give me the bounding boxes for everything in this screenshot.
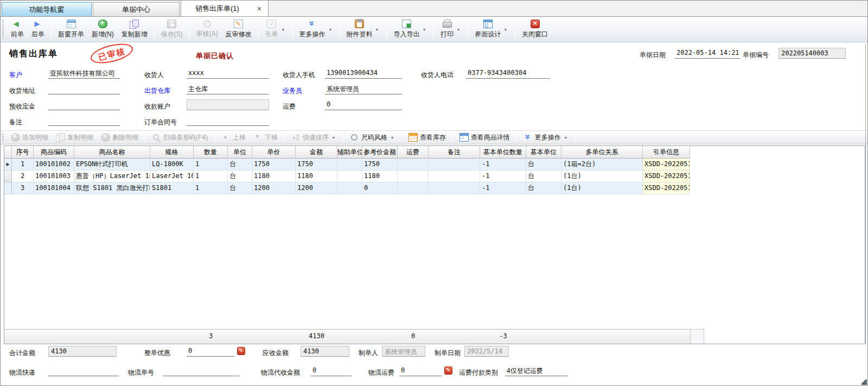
resize-grip[interactable] xyxy=(861,379,867,385)
button-新窗开单[interactable]: 新窗开单 xyxy=(55,18,87,40)
table-cell[interactable]: 联想 S1801 黑白激光打印 xyxy=(74,182,150,194)
dropdown-arrow-icon[interactable]: ▼ xyxy=(423,27,426,31)
warehouse-label[interactable]: 出货仓库 xyxy=(144,86,170,96)
row-selector[interactable]: ▶ xyxy=(4,159,12,170)
close-tab-icon[interactable]: × xyxy=(256,5,263,12)
table-cell[interactable]: 台 xyxy=(526,170,561,182)
table-cell[interactable]: 台 xyxy=(228,170,252,182)
tab-sales-outbound[interactable]: 销售出库单(1) × xyxy=(181,0,269,16)
table-cell[interactable] xyxy=(398,182,429,194)
cod-amount-field[interactable]: 0 xyxy=(311,366,352,376)
table-cell[interactable]: 1 xyxy=(194,182,228,194)
freight-edit-icon[interactable] xyxy=(444,366,452,375)
table-cell[interactable]: 台 xyxy=(526,159,561,170)
customer-field[interactable]: 亚拓软件科技有限公司 xyxy=(48,68,120,79)
table-cell[interactable]: -1 xyxy=(480,159,526,170)
table-cell[interactable]: 台 xyxy=(228,159,252,170)
column-header[interactable]: 金额 xyxy=(296,146,337,159)
warehouse-field[interactable]: 主仓库 xyxy=(187,84,269,94)
discount-field[interactable]: 0 xyxy=(187,346,234,357)
contract-no-field[interactable] xyxy=(187,116,269,126)
table-cell[interactable]: -1 xyxy=(480,170,526,182)
freight-pay-type-field[interactable]: 4仅登记运费 xyxy=(505,366,567,376)
button-查看库存[interactable]: 查看库存 xyxy=(405,132,449,143)
column-header[interactable]: 备注 xyxy=(429,146,480,159)
column-header[interactable]: 规格 xyxy=(150,146,194,159)
column-header[interactable]: 单位 xyxy=(228,146,252,159)
deposit-field[interactable] xyxy=(48,100,120,110)
table-cell[interactable]: 1180 xyxy=(296,170,337,182)
table-cell[interactable]: 1 xyxy=(194,159,228,170)
dropdown-arrow-icon[interactable]: ▼ xyxy=(504,27,507,31)
button-查看商品详情[interactable]: 查看商品详情 xyxy=(456,132,513,143)
button-前单[interactable]: 前单 xyxy=(8,18,27,40)
table-cell[interactable] xyxy=(398,159,429,170)
table-cell[interactable]: S1801 xyxy=(150,182,194,194)
table-cell[interactable]: 1180 xyxy=(252,170,296,182)
table-cell[interactable]: LaserJet 1020 xyxy=(150,170,194,182)
customer-label[interactable]: 客户 xyxy=(9,71,22,80)
dropdown-arrow-icon[interactable]: ▼ xyxy=(328,27,331,31)
button-后单[interactable]: 后单 xyxy=(28,18,48,40)
logistics-no-field[interactable] xyxy=(163,366,239,376)
table-cell[interactable]: (1台) xyxy=(561,170,643,182)
table-cell[interactable] xyxy=(337,182,362,194)
table-cell[interactable]: 2 xyxy=(12,170,34,182)
dropdown-arrow-icon[interactable]: ▼ xyxy=(332,135,335,139)
table-cell[interactable]: 100101002 xyxy=(34,159,74,170)
column-header[interactable]: 基本单位数量 xyxy=(480,146,526,159)
table-cell[interactable]: 1 xyxy=(194,170,228,182)
table-cell[interactable]: XSDD-2022051 xyxy=(643,182,690,194)
button-复制新增[interactable]: 复制新增 xyxy=(118,18,151,40)
table-cell[interactable]: 1750 xyxy=(296,159,337,170)
grid-toolbar-gripper[interactable] xyxy=(2,134,4,141)
table-cell[interactable]: 1 xyxy=(12,159,34,170)
column-header[interactable]: 商品名称 xyxy=(74,146,150,159)
column-header[interactable]: 辅助单位 xyxy=(337,146,362,159)
table-cell[interactable]: 1200 xyxy=(296,182,337,194)
table-cell[interactable]: 台 xyxy=(526,182,561,194)
table-cell[interactable] xyxy=(429,170,480,182)
table-cell[interactable] xyxy=(429,159,480,170)
table-cell[interactable]: 100101004 xyxy=(34,182,74,194)
row-selector[interactable] xyxy=(4,182,12,194)
receiver-mobile-field[interactable]: 1390013900434 xyxy=(325,68,402,79)
freight-field[interactable]: 0 xyxy=(325,100,402,110)
salesman-label[interactable]: 业务员 xyxy=(283,86,302,96)
table-cell[interactable] xyxy=(337,170,362,182)
dropdown-arrow-icon[interactable]: ▼ xyxy=(457,27,460,31)
table-cell[interactable] xyxy=(337,159,362,170)
dropdown-arrow-icon[interactable]: ▼ xyxy=(375,27,379,31)
column-header[interactable]: 运费 xyxy=(398,146,429,159)
table-cell[interactable]: XSDD-2022051 xyxy=(643,159,690,170)
table-cell[interactable]: (1台) xyxy=(561,182,643,194)
column-header[interactable]: 引单信息 xyxy=(643,146,690,159)
row-selector[interactable] xyxy=(4,170,12,182)
column-header[interactable]: 基本单位 xyxy=(526,146,561,159)
table-cell[interactable]: -1 xyxy=(480,182,526,194)
table-cell[interactable]: 台 xyxy=(228,182,252,194)
table-cell[interactable]: 1180 xyxy=(362,170,398,182)
table-cell[interactable]: EPSON针式打印机 xyxy=(74,159,150,170)
button-新增(N)[interactable]: 新增(N) xyxy=(88,18,117,40)
table-cell[interactable]: XSDD-2022051 xyxy=(643,170,690,182)
column-header[interactable]: 商品编码 xyxy=(34,146,74,159)
table-cell[interactable]: 1200 xyxy=(252,182,296,194)
table-cell[interactable]: 100101003 xyxy=(34,170,74,182)
table-cell[interactable]: 1750 xyxy=(362,159,398,170)
table-cell[interactable]: LQ-1800K xyxy=(150,159,194,170)
tab-function-nav[interactable]: 功能导航窗 xyxy=(2,2,92,16)
table-cell[interactable]: (1箱=2台) xyxy=(561,159,643,170)
button-界面设计[interactable]: 界面设计▼ xyxy=(471,18,512,40)
logistics-field[interactable] xyxy=(48,366,119,376)
table-cell[interactable]: 0 xyxy=(362,182,398,194)
button-反审修改[interactable]: 反审修改 xyxy=(222,18,255,40)
discount-edit-icon[interactable] xyxy=(237,347,245,355)
button-关闭窗口[interactable]: 关闭窗口 xyxy=(519,18,551,40)
dropdown-arrow-icon[interactable]: ▼ xyxy=(564,135,567,139)
receiver-phone-field[interactable]: 0377-9343400304 xyxy=(466,68,550,79)
button-附件资料[interactable]: 附件资料▼ xyxy=(343,18,383,40)
remark-field[interactable] xyxy=(48,116,120,126)
column-header[interactable]: 序号 xyxy=(12,146,34,159)
column-header[interactable]: 单价 xyxy=(252,146,296,159)
